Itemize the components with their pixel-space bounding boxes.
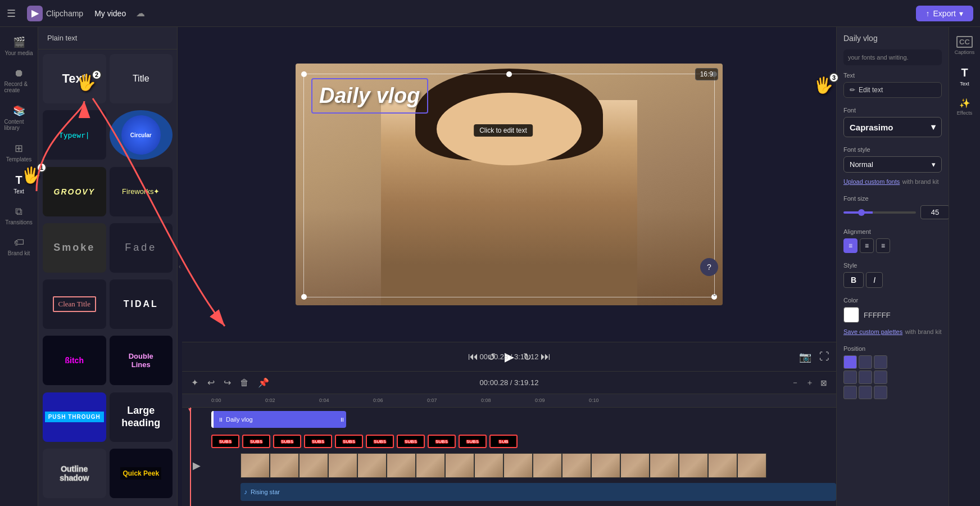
library-icon: 📚	[13, 105, 25, 117]
video-frame[interactable]: Daily vlog Click to edit text	[296, 64, 723, 305]
tile-tidal[interactable]: TIDAL	[110, 279, 173, 329]
sidebar-item-brand-kit[interactable]: 🏷 Brand kit	[2, 232, 36, 261]
pin-button[interactable]: 📌	[256, 375, 271, 390]
style-label: Style	[843, 262, 942, 269]
font-dropdown[interactable]: Caprasimo ▾	[843, 117, 942, 137]
align-right-button[interactable]: ≡	[876, 238, 890, 253]
clip-label: Daily vlog	[226, 416, 253, 423]
tile-groovy[interactable]: GROOVY	[43, 167, 106, 216]
position-cell-8[interactable]	[859, 386, 872, 399]
sidebar-item-text[interactable]: T Text	[2, 169, 36, 199]
split-tool[interactable]: ✦	[189, 375, 201, 390]
tile-large-heading[interactable]: Largeheading	[110, 392, 173, 442]
effects-panel-button[interactable]: ✨ Effects	[951, 93, 978, 120]
tile-typewriter[interactable]: Typewr|	[43, 110, 106, 160]
upload-fonts-link[interactable]: Upload custom fonts	[843, 178, 900, 185]
delete-button[interactable]: 🗑	[238, 376, 251, 390]
filmstrip-frames[interactable]	[241, 453, 836, 478]
tile-title[interactable]: Title	[110, 54, 173, 103]
track-text-content: ⏸ Daily vlog ⏸	[211, 408, 836, 431]
video-title[interactable]: My video	[94, 9, 126, 18]
tile-text[interactable]: Text	[43, 54, 106, 103]
panel-divider[interactable]: ‹	[178, 27, 182, 506]
sidebar-item-your-media[interactable]: 🎬 Your media	[2, 31, 36, 61]
brand-icon: 🏷	[14, 237, 24, 249]
text-panel-button[interactable]: T Text	[951, 62, 978, 91]
save-palette-link[interactable]: Save custom palettes	[843, 328, 902, 335]
position-cell-4[interactable]	[843, 371, 857, 384]
hamburger-menu[interactable]: ☰	[7, 7, 16, 20]
position-cell-9[interactable]	[874, 386, 887, 399]
sidebar-item-templates[interactable]: ⊞ Templates	[2, 138, 36, 167]
sub-item-10[interactable]: SUB	[489, 435, 518, 448]
logo-icon: ▶	[27, 6, 43, 21]
skip-back-button[interactable]: ⏮	[468, 351, 478, 363]
text-section: Text ✏ Edit text	[843, 72, 942, 98]
video-text-overlay[interactable]: Daily vlog	[311, 78, 428, 114]
position-cell-6[interactable]	[874, 371, 887, 384]
captions-panel-button[interactable]: CC Captions	[951, 31, 978, 60]
fit-button[interactable]: ⊠	[818, 376, 829, 390]
align-left-button[interactable]: ≡	[843, 238, 858, 253]
text-description-box: your fonts and writing.	[843, 49, 942, 65]
tile-fireworks[interactable]: Fireworks✦	[110, 167, 173, 216]
sub-item-7[interactable]: SUBS	[397, 435, 425, 448]
sub-item-8[interactable]: SUBS	[428, 435, 456, 448]
topbar: ☰ ▶ Clipchamp My video ☁ ↑ Export ▾	[0, 0, 980, 27]
font-size-input[interactable]	[920, 205, 949, 219]
tile-glitch[interactable]: ßitch	[43, 336, 106, 385]
track-audio: ♪ Rising star	[182, 482, 836, 502]
tile-smoke[interactable]: Smoke	[43, 223, 106, 273]
tile-push-through[interactable]: PUSH THROUGH	[43, 392, 106, 442]
sub-item-1[interactable]: SUBS	[211, 435, 239, 448]
fullscreen-button[interactable]: ⛶	[819, 351, 829, 363]
zoom-out-button[interactable]: －	[789, 376, 801, 390]
redo-button[interactable]: ↪	[221, 375, 233, 390]
sub-item-5[interactable]: SUBS	[335, 435, 363, 448]
position-cell-7[interactable]	[843, 386, 857, 399]
audio-clip-rising-star[interactable]: ♪ Rising star	[241, 483, 836, 501]
export-button[interactable]: ↑ Export ▾	[916, 6, 973, 21]
color-section: Color FFFFFF Save custom palettes with b…	[843, 297, 942, 336]
text-panel: Plain text Text Title Typewr| Circular	[38, 27, 178, 506]
text-panel-label: Text	[960, 81, 969, 87]
color-swatch[interactable]	[843, 307, 859, 323]
tile-circular[interactable]: Circular	[110, 110, 173, 160]
font-style-dropdown[interactable]: Normal ▾	[843, 156, 942, 173]
sub-item-3[interactable]: SUBS	[273, 435, 301, 448]
captions-label: Captions	[955, 49, 975, 55]
position-cell-2[interactable]	[859, 355, 872, 369]
sub-item-2[interactable]: SUBS	[242, 435, 270, 448]
position-cell-5[interactable]	[859, 371, 872, 384]
text-clip-daily-vlog[interactable]: ⏸ Daily vlog ⏸	[211, 411, 346, 428]
position-section: Position	[843, 345, 942, 399]
font-size-slider[interactable]	[843, 211, 916, 214]
italic-button[interactable]: I	[866, 272, 883, 288]
tile-fade[interactable]: Fade	[110, 223, 173, 273]
sidebar-item-content-library[interactable]: 📚 Content library	[2, 100, 36, 135]
sub-item-6[interactable]: SUBS	[366, 435, 394, 448]
timecode-display: 00:00.28 / 3:19.12	[480, 353, 539, 361]
text-panel-header: Plain text	[38, 27, 177, 49]
tile-double-lines[interactable]: DoubleLines	[110, 336, 173, 385]
collapse-button[interactable]: ⌄	[711, 288, 718, 299]
bold-button[interactable]: B	[843, 272, 864, 288]
alignment-buttons: ≡ ≡ ≡	[843, 238, 942, 253]
screenshot-button[interactable]: 📷	[799, 351, 811, 363]
tile-quick-peek[interactable]: Quick Peek	[110, 449, 173, 498]
edit-text-button[interactable]: ✏ Edit text	[843, 82, 942, 98]
right-properties-panel: Daily vlog your fonts and writing. Text …	[836, 27, 949, 506]
tile-outline-shadow[interactable]: Outlineshadow	[43, 449, 106, 498]
position-cell-3[interactable]	[874, 355, 887, 369]
help-button[interactable]: ?	[700, 258, 718, 276]
sidebar-item-transitions[interactable]: ⧉ Transitions	[2, 201, 36, 230]
undo-button[interactable]: ↩	[205, 375, 217, 390]
position-cell-1[interactable]	[843, 355, 857, 369]
zoom-in-button[interactable]: ＋	[804, 376, 816, 390]
tile-clean-title[interactable]: Clean Title	[43, 279, 106, 329]
sub-item-4[interactable]: SUBS	[304, 435, 332, 448]
sub-item-9[interactable]: SUBS	[459, 435, 487, 448]
skip-forward-button[interactable]: ⏭	[541, 351, 551, 363]
sidebar-item-record[interactable]: ⏺ Record & create	[2, 63, 36, 98]
align-center-button[interactable]: ≡	[860, 238, 874, 253]
